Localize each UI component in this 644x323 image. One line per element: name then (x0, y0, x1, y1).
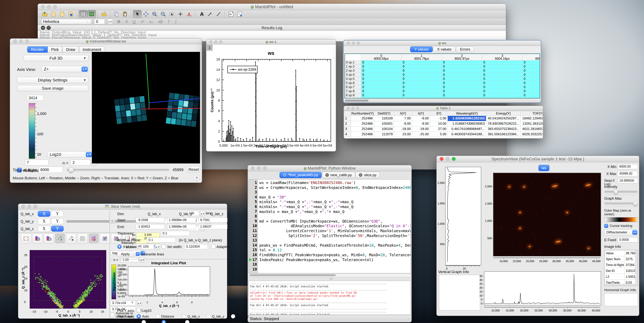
minimize-button[interactable] (446, 157, 450, 161)
code-line[interactable]: tol = 0.12 (259, 248, 410, 253)
code-line[interactable]: minVals= "-"+max_Q +",-"+max_Q +",-"+max… (259, 200, 410, 204)
style-button-3[interactable]: x² (141, 19, 144, 24)
function-dialog-icon-button[interactable]: fx (226, 10, 235, 18)
table-cell[interactable]: -25.00 (412, 132, 430, 137)
table-cell[interactable]: 0 (522, 85, 540, 89)
table-cell[interactable]: 18492.1294594530... (520, 116, 543, 121)
window-controls[interactable] (41, 5, 57, 9)
python-console[interactable]: ........................................… (248, 281, 411, 315)
font-family-select[interactable]: Helvetica⌄ (41, 19, 92, 24)
row-header[interactable]: 2 (344, 121, 351, 126)
tab-slice-py[interactable]: ✕slice.py (356, 172, 380, 178)
splitter-handle[interactable] (330, 278, 333, 280)
table-cell[interactable]: 0 (522, 97, 540, 99)
code-line[interactable]: ws = LoadRaw(Filename='ENGINX00252486.ra… (259, 180, 410, 185)
zoom-button[interactable] (452, 157, 456, 161)
width-input[interactable]: 0.1 (147, 238, 176, 243)
table-cell[interactable]: 0 (442, 65, 482, 69)
table-cell[interactable]: 0 (361, 69, 402, 73)
table-cell[interactable]: 0 (402, 69, 442, 73)
table-cell[interactable]: -9.00 (394, 121, 412, 126)
binwidth-radio[interactable] (162, 245, 166, 249)
table-cell[interactable]: 0 (361, 65, 402, 69)
table-cell[interactable]: 100104 (374, 126, 394, 132)
minimize-button[interactable] (352, 107, 354, 110)
start-input[interactable]: 1.39698e-08 (167, 218, 196, 223)
zoom-in-doc-icon-button[interactable] (32, 234, 42, 244)
code-line[interactable]: dEAnalysisMode="Elastic", QConversionSca… (259, 224, 410, 229)
xaxis-radio-q_lab_z[interactable] (231, 314, 235, 319)
instrument-3d-view[interactable] (92, 52, 200, 163)
efixed-input[interactable]: 0.0000 (618, 237, 638, 242)
table-cell[interactable]: 0 (361, 97, 402, 99)
row-header[interactable]: 5 sp-6 (345, 81, 361, 85)
open-project-icon-button[interactable] (40, 10, 49, 18)
zoom-button[interactable] (219, 40, 222, 43)
table-cell[interactable]: 0 (402, 85, 442, 89)
table-cell[interactable]: 0 (522, 73, 540, 77)
table-cell[interactable]: 6028.20322537015... (520, 132, 543, 137)
row-header[interactable]: 2 sp-3 (345, 69, 361, 73)
log10-checkbox[interactable] (136, 308, 140, 312)
crosshair-icon-button[interactable] (176, 10, 185, 18)
table-cell[interactable]: 0 (361, 81, 402, 85)
table-cell[interactable]: 0 (361, 93, 402, 97)
table-cell[interactable]: 0 (522, 77, 540, 81)
row-header[interactable]: 7 sp-8 (345, 89, 361, 93)
end-input[interactable]: 1.58537 (198, 224, 228, 229)
minimize-button[interactable] (257, 166, 261, 170)
save-project-icon-button[interactable] (66, 10, 75, 18)
table-cell[interactable]: 383.655075238423... (486, 126, 520, 132)
code-line[interactable]: ws = CropWorkspace(ws, StartWorkspaceInd… (259, 185, 410, 190)
info-vscrollbar[interactable] (635, 250, 638, 286)
minimize-button[interactable] (19, 39, 23, 43)
table-cell[interactable]: 0 (482, 69, 522, 73)
style-button-7[interactable]: ∫ (175, 19, 176, 24)
save-image-button[interactable]: Save image (17, 85, 88, 91)
n-input[interactable]: 2 (71, 160, 90, 165)
table-cell[interactable]: 78.8303967528222... (486, 121, 520, 126)
table-cell[interactable]: 0 (402, 97, 442, 99)
python-editor[interactable]: 12345678910111213141516171819ws = LoadRa… (248, 179, 411, 273)
close-tab-icon[interactable]: ✕ (283, 173, 286, 177)
tab-y-values[interactable]: Y values (410, 46, 433, 52)
thickness-input[interactable]: 0.1 (161, 231, 190, 236)
table-cell[interactable]: 0 (442, 81, 482, 85)
table-cell[interactable]: 0 (402, 81, 442, 85)
row-header[interactable]: 1 (344, 116, 351, 121)
draw-line-icon-button[interactable] (214, 10, 223, 18)
column-header[interactable]: 16001.78μs (402, 54, 442, 60)
horizontal-graph[interactable] (484, 271, 601, 305)
resize-window-icon-button[interactable] (21, 234, 31, 244)
table-cell[interactable]: -1.00 (430, 116, 448, 121)
line-clear-icon-button[interactable]: ✕ (66, 234, 76, 244)
paste-icon-button[interactable] (121, 10, 129, 18)
column-header[interactable]: 46005.34μs (522, 54, 540, 60)
font-size-stepper[interactable]: ▲▼ (108, 19, 112, 24)
minimize-button[interactable] (214, 40, 218, 43)
close-button[interactable] (13, 39, 17, 43)
table-cell[interactable]: 0 (402, 73, 442, 77)
style-button-0[interactable]: B (117, 19, 120, 24)
close-button[interactable] (210, 40, 212, 43)
binwidth-input[interactable]: 0.110304 (184, 244, 208, 249)
code-line[interactable]: SplitInto='2', SplitThreshold='50',MaxRe… (259, 233, 410, 238)
ws-tab[interactable]: ws (538, 165, 550, 171)
zoom-button[interactable] (53, 5, 57, 9)
table-cell[interactable]: -18.00 (394, 126, 412, 132)
table-cell[interactable]: 13261.3631261188... (520, 121, 543, 126)
colormap-bar[interactable] (604, 217, 638, 222)
table-cell[interactable]: 0 (402, 60, 442, 65)
step-input[interactable]: 19.999500 (618, 178, 638, 183)
table-cell[interactable]: 0 (442, 73, 482, 77)
norm-radio-none[interactable] (142, 320, 146, 323)
row-header[interactable]: 4 sp-5 (345, 77, 361, 81)
axis-view-select[interactable]: Z+▲▼ (41, 66, 88, 72)
minimize-button[interactable] (352, 41, 355, 45)
peak-pick-icon-button[interactable] (185, 10, 193, 18)
numbins-radio[interactable] (117, 245, 122, 249)
pointer-icon-button[interactable] (133, 10, 142, 18)
style-button-1[interactable]: It (125, 19, 128, 24)
table-cell[interactable]: 10.00 (430, 121, 448, 126)
grid-icon-button[interactable] (77, 234, 88, 244)
